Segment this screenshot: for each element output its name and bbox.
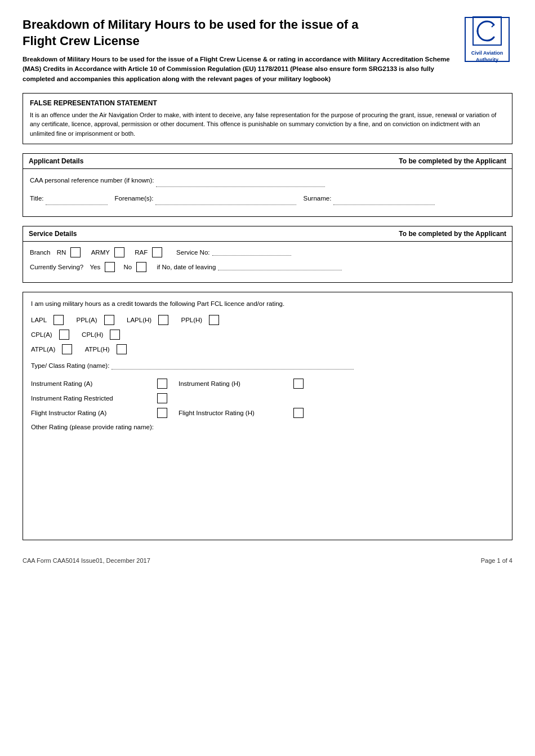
false-rep-title: FALSE REPRESENTATION STATEMENT [30,99,505,107]
branch-label: Branch [30,249,50,256]
caa-logo-box: Civil Aviation Authority [465,17,510,62]
surname-field [333,193,435,205]
pplh-label: PPL(H) [181,317,203,323]
type-class-label: Type/ Class Rating (name): [31,362,112,369]
ir-row: Instrument Rating (A) Instrument Rating … [31,379,504,389]
ppla-checkbox[interactable] [104,315,114,325]
date-leaving-label: if No, date of leaving [157,264,216,270]
irh-checkbox[interactable] [293,379,304,389]
atpla-checkbox[interactable] [62,344,72,354]
no-checkbox[interactable] [136,262,146,272]
ref-number-row: CAA personal reference number (if known)… [30,175,505,187]
ref-number-field [156,175,325,187]
no-label: No [123,264,132,270]
service-no-label: Service No: [176,249,209,256]
caa-logo-text: Civil Aviation Authority [471,50,503,63]
currently-serving-row: Currently Serving? Yes No if No, date of… [30,262,505,272]
cpla-checkbox[interactable] [59,330,69,340]
service-details-header-left: Service Details [29,230,77,238]
fia-checkbox[interactable] [157,408,167,418]
ir-restricted-label: Instrument Rating Restricted [31,395,155,402]
title-label: Title: [30,195,46,202]
ir-restricted-row: Instrument Rating Restricted [31,393,504,403]
type-class-field [112,362,354,370]
licence-row-3: ATPL(A) ATPL(H) [31,344,504,354]
applicant-details-header-right: To be completed by the Applicant [399,157,506,165]
page-title: Breakdown of Military Hours to be used f… [23,17,451,49]
other-rating-write-area [31,430,504,532]
atplh-label: ATPL(H) [85,346,110,353]
applicant-details-header-left: Applicant Details [29,157,83,165]
ref-number-label: CAA personal reference number (if known)… [30,177,156,184]
licence-row-1: LAPL PPL(A) LAPL(H) PPL(H) [31,315,504,325]
footer-left: CAA Form CAA5014 Issue01, December 2017 [23,557,150,564]
applicant-details-section: Applicant Details To be completed by the… [23,153,512,216]
branch-row: Branch RN ARMY RAF Service No: [30,247,505,257]
forename-label: Forename(s): [114,195,155,202]
service-details-header-right: To be completed by the Applicant [399,230,506,238]
raf-label: RAF [135,249,148,256]
surname-label: Surname: [303,195,333,202]
service-no-field [212,248,291,256]
fih-label: Flight Instructor Rating (H) [179,410,291,416]
lapl-label: LAPL [31,317,47,323]
other-rating-row: Other Rating (please provide rating name… [31,424,504,430]
atplh-checkbox[interactable] [117,344,127,354]
caa-logo: Civil Aviation Authority [462,17,512,62]
header-text: Breakdown of Military Hours to be used f… [23,17,462,84]
header: Breakdown of Military Hours to be used f… [23,17,512,84]
caa-logo-symbol [472,16,502,49]
type-class-row: Type/ Class Rating (name): [31,362,504,370]
yes-checkbox[interactable] [105,262,115,272]
army-checkbox[interactable] [114,247,124,257]
laplh-label: LAPL(H) [127,317,151,323]
cplh-checkbox[interactable] [110,330,120,340]
irh-label: Instrument Rating (H) [179,380,291,387]
atpla-label: ATPL(A) [31,346,55,353]
date-leaving-field [218,263,342,270]
page-subtitle: Breakdown of Military Hours to be used f… [23,55,451,84]
service-details-section: Service Details To be completed by the A… [23,226,512,283]
fih-checkbox[interactable] [293,408,304,418]
other-rating-label: Other Rating (please provide rating name… [31,424,154,430]
ppla-label: PPL(A) [77,317,97,323]
ir-restricted-checkbox[interactable] [157,393,167,403]
false-rep-body: It is an offence under the Air Navigatio… [30,110,505,139]
pplh-checkbox[interactable] [209,315,219,325]
ratings-grid: Instrument Rating (A) Instrument Rating … [31,379,504,418]
cplh-label: CPL(H) [82,331,103,338]
rn-label: RN [57,249,66,256]
ira-checkbox[interactable] [157,379,167,389]
fi-row: Flight Instructor Rating (A) Flight Inst… [31,408,504,418]
part-fcl-section: I am using military hours as a credit to… [23,292,512,540]
rn-checkbox[interactable] [70,247,81,257]
laplh-checkbox[interactable] [158,315,168,325]
licence-row-2: CPL(A) CPL(H) [31,330,504,340]
footer-right: Page 1 of 4 [481,557,512,564]
part-fcl-intro: I am using military hours as a credit to… [31,300,504,307]
yes-label: Yes [90,264,100,270]
fia-label: Flight Instructor Rating (A) [31,410,155,416]
lapl-checkbox[interactable] [54,315,64,325]
page-footer: CAA Form CAA5014 Issue01, December 2017 … [23,557,512,564]
forename-field [155,193,296,205]
applicant-details-body: CAA personal reference number (if known)… [23,169,512,216]
raf-checkbox[interactable] [152,247,162,257]
service-details-body: Branch RN ARMY RAF Service No: Currently… [23,242,512,282]
service-details-header: Service Details To be completed by the A… [23,226,512,242]
currently-serving-label: Currently Serving? [30,264,83,270]
applicant-details-header: Applicant Details To be completed by the… [23,154,512,169]
army-label: ARMY [91,249,110,256]
title-field [46,193,108,205]
name-row: Title: Forename(s): Surname: [30,193,505,205]
ira-label: Instrument Rating (A) [31,380,155,387]
cpla-label: CPL(A) [31,331,52,338]
false-representation-box: FALSE REPRESENTATION STATEMENT It is an … [23,93,512,145]
